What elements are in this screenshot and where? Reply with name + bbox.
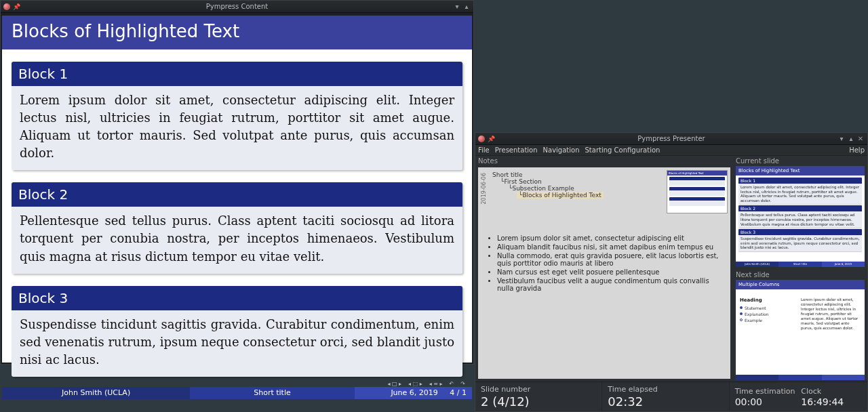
presenter-window-title: Pympress Presenter: [475, 135, 867, 142]
thumb-block-title: Block 2: [738, 205, 862, 211]
presenter-menubar: File Presentation Navigation Starting Co…: [475, 145, 867, 156]
block-title: Block 3: [12, 286, 462, 310]
slide-number-label: Slide number: [481, 385, 596, 394]
status-time-estimation[interactable]: Time estimation 00:00: [735, 387, 796, 407]
block-title: Block 2: [12, 182, 462, 207]
bullet-icon: [740, 306, 743, 309]
thumb-footer: [736, 375, 865, 380]
presenter-status-bar: Slide number 2 (4/12) Time elapsed 02:32…: [475, 382, 867, 411]
app-icon: [478, 136, 485, 142]
thumb-title: Blocks of Highlighted Text: [736, 166, 865, 176]
footer-page: 4 / 1: [450, 388, 467, 397]
nav-back-icon[interactable]: ↶: [450, 381, 454, 387]
clock-value: 16:49:44: [801, 396, 862, 407]
next-slide-left-column: Heading Statement Explanation Example: [740, 297, 794, 367]
minimize-icon[interactable]: ▾: [453, 3, 461, 10]
outline-title[interactable]: Short title: [492, 171, 604, 178]
next-slide-label: Next slide: [736, 271, 865, 279]
nav-forward-icon[interactable]: ↷: [460, 381, 465, 387]
presenter-window: Pympress Presenter ▾ ▴ ✕ File Presentati…: [475, 132, 868, 412]
note-item: Nam cursus est eget velit posuere pellen…: [497, 268, 722, 276]
nav-prev-subsection-icon[interactable]: ◂ ⬚ ▸: [408, 381, 422, 387]
note-item: Aliquam blandit faucibus nisi, sit amet …: [497, 243, 722, 251]
slide-footer: John Smith (UCLA) Short title June 6, 20…: [2, 387, 472, 399]
next-slide-thumb[interactable]: Multiple Columns Heading Statement Expla…: [736, 280, 865, 381]
slide-number-value: 2 (4/12): [481, 394, 596, 409]
notes-label: Notes: [478, 157, 730, 165]
next-slide-body: Lorem ipsum dolor sit amet, consectetur …: [801, 297, 861, 367]
blocks-area: Block 1 Lorem ipsum dolor sit amet, cons…: [2, 49, 472, 381]
time-estimation-value: 00:00: [735, 396, 796, 407]
outline-subsection[interactable]: └Subsection Example: [509, 185, 604, 192]
time-elapsed-value: 02:32: [608, 394, 723, 409]
notes-mini-slide[interactable]: Blocks of Highlighted Text: [667, 170, 728, 213]
notes-date: 2019-06-06: [481, 171, 487, 206]
thumb-block-body: Suspendisse tincidunt sagittis gravida. …: [738, 235, 862, 251]
thumb-block-title: Block 1: [738, 178, 862, 184]
outline-section[interactable]: └First Section: [500, 178, 604, 185]
block-1: Block 1 Lorem ipsum dolor sit amet, cons…: [12, 62, 462, 170]
next-item: Example: [740, 318, 794, 323]
mini-slide-title: Blocks of Highlighted Text: [667, 171, 727, 176]
minimize-icon[interactable]: ▾: [837, 135, 846, 142]
content-titlebar[interactable]: Pympress Content ▾ ▴: [1, 1, 473, 13]
bullet-open-icon: [740, 318, 743, 321]
note-item: Vestibulum faucibus velit a augue condim…: [497, 277, 722, 292]
footer-date: June 6, 2019: [391, 388, 437, 397]
menu-file[interactable]: File: [478, 146, 490, 154]
presenter-titlebar[interactable]: Pympress Presenter ▾ ▴ ✕: [475, 133, 867, 145]
thumb-block-title: Block 3: [738, 229, 862, 235]
status-time-elapsed[interactable]: Time elapsed 02:32: [602, 382, 729, 411]
block-body: Suspendisse tincidunt sagittis gravida. …: [12, 310, 462, 377]
block-3: Block 3 Suspendisse tincidunt sagittis g…: [12, 286, 462, 377]
current-slide-label: Current slide: [736, 157, 865, 165]
notes-list: Lorem ipsum dolor sit amet, consectetur …: [481, 230, 728, 299]
footer-author: John Smith (UCLA): [2, 387, 190, 399]
outline-current[interactable]: └Blocks of Highlighted Text: [517, 192, 604, 199]
pin-icon[interactable]: [488, 135, 495, 142]
note-item: Nulla commodo, erat quis gravida posuere…: [497, 252, 722, 267]
block-2: Block 2 Pellentesque sed tellus purus. C…: [12, 182, 462, 273]
pin-icon[interactable]: [13, 3, 20, 10]
slide-title: Blocks of Highlighted Text: [2, 16, 472, 49]
menu-presentation[interactable]: Presentation: [495, 146, 538, 154]
footer-title: Short title: [190, 387, 355, 399]
next-item: Statement: [740, 306, 794, 310]
side-column: Current slide Blocks of Highlighted Text…: [733, 156, 867, 382]
status-clock: Clock 16:49:44: [801, 387, 862, 407]
notes-panel[interactable]: 2019-06-06 Short title └First Section └S…: [478, 167, 730, 379]
beamer-nav-icons[interactable]: ◂ □ ▸ ◂ ⬚ ▸ ◂ ≡ ▸ ↶ ↷: [2, 381, 472, 387]
block-body: Pellentesque sed tellus purus. Class apt…: [12, 207, 462, 273]
thumb-footer: John Smith (UCLA) Short title June 6, 20…: [736, 262, 865, 267]
bullet-icon: [740, 312, 743, 315]
footer-date-page: June 6, 2019 4 / 1: [355, 387, 472, 399]
slide-area[interactable]: Blocks of Highlighted Text Block 1 Lorem…: [2, 16, 472, 363]
content-window: Pympress Content ▾ ▴ Blocks of Highlight…: [0, 0, 474, 365]
notes-column: Notes 2019-06-06 Short title └First Sect…: [475, 156, 733, 382]
presenter-body: Notes 2019-06-06 Short title └First Sect…: [475, 156, 867, 382]
menu-starting-configuration[interactable]: Starting Configuration: [585, 146, 660, 154]
maximize-icon[interactable]: ▴: [847, 135, 855, 142]
block-body: Lorem ipsum dolor sit amet, consectetur …: [12, 86, 462, 170]
time-elapsed-label: Time elapsed: [608, 385, 723, 394]
content-window-title: Pympress Content: [1, 3, 473, 10]
thumb-block-body: Lorem ipsum dolor sit amet, consectetur …: [738, 184, 862, 204]
thumb-block-body: Pellentesque sed tellus purus. Class apt…: [738, 211, 862, 228]
menu-navigation[interactable]: Navigation: [543, 146, 580, 154]
nav-prev-section-icon[interactable]: ◂ □ ▸: [387, 381, 401, 387]
block-title: Block 1: [12, 62, 462, 86]
app-icon: [3, 3, 10, 10]
maximize-icon[interactable]: ▴: [462, 3, 471, 10]
next-heading: Heading: [740, 297, 794, 303]
next-item: Explanation: [740, 312, 794, 316]
status-slide-number[interactable]: Slide number 2 (4/12): [475, 382, 602, 411]
close-icon[interactable]: ✕: [856, 135, 865, 142]
note-item: Lorem ipsum dolor sit amet, consectetur …: [497, 234, 722, 242]
current-slide-thumb[interactable]: Blocks of Highlighted Text Block 1Lorem …: [736, 166, 865, 267]
clock-label: Clock: [801, 387, 862, 396]
time-estimation-label: Time estimation: [735, 387, 796, 396]
next-thumb-title: Multiple Columns: [736, 280, 865, 289]
nav-prev-slide-icon[interactable]: ◂ ≡ ▸: [429, 381, 443, 387]
notes-outline: Short title └First Section └Subsection E…: [490, 171, 604, 206]
menu-help[interactable]: Help: [849, 146, 865, 154]
